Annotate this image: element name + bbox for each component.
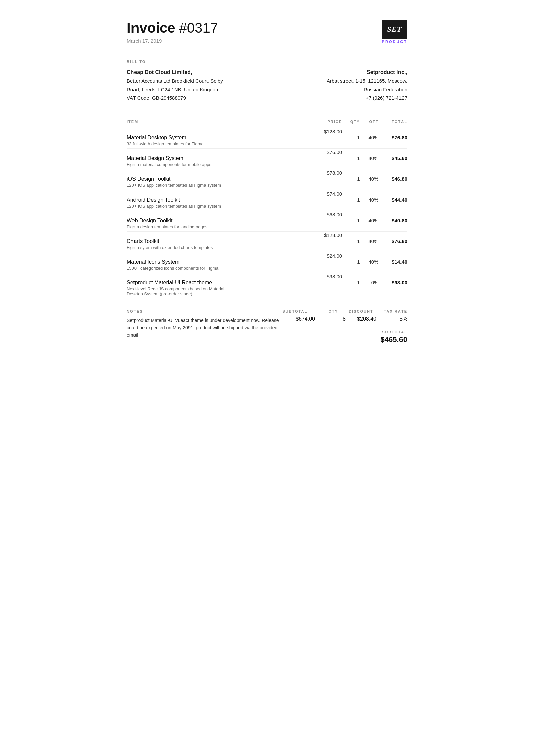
footer-section: NOTES Setproduct Material-UI Vueact them… [127, 301, 407, 344]
item-qty: 1 [342, 169, 360, 190]
item-cell: Web Design ToolkitFigma design templates… [127, 211, 308, 231]
col-header-total: TOTAL [378, 116, 407, 128]
item-off: 40% [360, 190, 378, 211]
client-address: Cheap Dot Cloud Limited, Better Accounts… [127, 68, 223, 102]
item-name: iOS Design Toolkit [127, 176, 308, 182]
item-off: 40% [360, 148, 378, 169]
client-vat: VAT Code: GB-294588079 [127, 95, 186, 101]
bill-to-label: BILL TO [127, 60, 407, 64]
item-name: Charts Toolkit [127, 238, 308, 244]
item-total: $98.00 [378, 273, 407, 298]
item-desc: 1500+ categorized icons components for F… [127, 266, 308, 271]
item-cell: iOS Design Toolkit120+ iOS application t… [127, 169, 308, 190]
item-off: 40% [360, 231, 378, 252]
item-qty: 1 [342, 128, 360, 148]
client-address-line1: Better Accounts Ltd Brookfield Court, Se… [127, 78, 223, 84]
vendor-address-line2: Russian Federation [364, 87, 407, 92]
invoice-header: Invoice #0317 March 17, 2019 SET PRODUCT [127, 20, 407, 44]
item-total: $76.80 [378, 231, 407, 252]
item-off: 40% [360, 211, 378, 231]
item-off: 40% [360, 128, 378, 148]
client-address-line2: Road, Leeds, LC24 1NB, United Kingdom [127, 87, 220, 92]
summary-header-discount: DISCOUNT [349, 309, 373, 313]
invoice-word: Invoice [127, 20, 175, 36]
final-subtotal-label: SUBTOTAL [282, 330, 407, 334]
invoice-title-block: Invoice #0317 March 17, 2019 [127, 20, 218, 44]
table-row: Material Design SystemFigma material com… [127, 148, 407, 169]
item-off: 40% [360, 169, 378, 190]
logo-set-text: SET [387, 25, 402, 34]
summary-taxrate-value: 5% [387, 316, 407, 322]
item-total: $44.40 [378, 190, 407, 211]
item-qty: 1 [342, 211, 360, 231]
summary-subtotal-value: $674.00 [295, 316, 315, 322]
item-desc: 120+ iOS application templates as Figma … [127, 204, 308, 209]
table-row: Material Icons System1500+ categorized i… [127, 252, 407, 273]
item-price: $24.00 [308, 252, 342, 273]
table-row: Material Desktop System33 full-width des… [127, 128, 407, 148]
item-desc: Figma design templates for landing pages [127, 224, 308, 229]
item-cell: Android Design Toolkit120+ iOS applicati… [127, 190, 308, 211]
item-total: $46.80 [378, 169, 407, 190]
item-name: Material Icons System [127, 259, 308, 265]
col-header-off: OFF [360, 116, 378, 128]
client-name: Cheap Dot Cloud Limited, [127, 69, 192, 75]
logo-box: SET [382, 20, 407, 39]
invoice-title: Invoice #0317 [127, 20, 218, 36]
notes-label: NOTES [127, 309, 281, 313]
final-subtotal-value: $465.60 [282, 335, 407, 344]
item-desc: 33 full-width design templates for Figma [127, 141, 308, 146]
invoice-date: March 17, 2019 [127, 38, 218, 44]
summary-header-row: SUBTOTAL QTY DISCOUNT TAX RATE [282, 309, 407, 313]
notes-column: NOTES Setproduct Material-UI Vueact them… [127, 309, 281, 339]
invoice-table: ITEM PRICE QTY OFF TOTAL Material Deskto… [127, 116, 407, 298]
vendor-address: Setproduct Inc., Arbat street, 1-15, 121… [327, 68, 407, 102]
logo-product-text: PRODUCT [382, 40, 407, 44]
item-cell: Material Icons System1500+ categorized i… [127, 252, 308, 273]
item-qty: 1 [342, 190, 360, 211]
summary-column: SUBTOTAL QTY DISCOUNT TAX RATE $674.00 8… [282, 309, 407, 344]
item-name: Material Design System [127, 155, 308, 161]
item-cell: Setproduct Material-UI React themeNext-l… [127, 273, 308, 298]
summary-discount-value: $208.40 [356, 316, 376, 322]
table-row: Web Design ToolkitFigma design templates… [127, 211, 407, 231]
item-cell: Material Design SystemFigma material com… [127, 148, 308, 169]
item-total: $40.80 [378, 211, 407, 231]
summary-header-taxrate: TAX RATE [384, 309, 407, 313]
summary-header-subtotal: SUBTOTAL [282, 309, 307, 313]
table-row: Android Design Toolkit120+ iOS applicati… [127, 190, 407, 211]
table-row: Setproduct Material-UI React themeNext-l… [127, 273, 407, 298]
col-header-item: ITEM [127, 116, 308, 128]
item-price: $68.00 [308, 211, 342, 231]
table-header-row: ITEM PRICE QTY OFF TOTAL [127, 116, 407, 128]
item-qty: 1 [342, 252, 360, 273]
item-price: $76.00 [308, 148, 342, 169]
item-desc: Figma sytem with extended charts templat… [127, 245, 308, 250]
invoice-number: #0317 [179, 20, 218, 36]
item-price: $78.00 [308, 169, 342, 190]
item-name: Setproduct Material-UI React theme [127, 280, 308, 286]
item-cell: Material Desktop System33 full-width des… [127, 128, 308, 148]
item-desc: Figma material components for mobile app… [127, 162, 308, 167]
summary-qty-value: 8 [326, 316, 346, 322]
table-row: iOS Design Toolkit120+ iOS application t… [127, 169, 407, 190]
vendor-address-line1: Arbat street, 1-15, 121165, Moscow, [327, 78, 407, 84]
company-logo: SET PRODUCT [382, 20, 407, 44]
item-total: $14.40 [378, 252, 407, 273]
item-price: $74.00 [308, 190, 342, 211]
item-name: Material Desktop System [127, 135, 308, 141]
item-total: $76.80 [378, 128, 407, 148]
item-desc: Next-level ReactJS components based on M… [127, 286, 308, 296]
item-cell: Charts ToolkitFigma sytem with extended … [127, 231, 308, 252]
summary-values-row: $674.00 8 $208.40 5% [282, 316, 407, 322]
item-name: Web Design Toolkit [127, 218, 308, 224]
vendor-name: Setproduct Inc., [367, 69, 407, 75]
item-price: $98.00 [308, 273, 342, 298]
item-qty: 1 [342, 273, 360, 298]
item-price: $128.00 [308, 231, 342, 252]
item-qty: 1 [342, 148, 360, 169]
item-total: $45.60 [378, 148, 407, 169]
notes-text: Setproduct Material-UI Vueact theme is u… [127, 317, 281, 339]
table-row: Charts ToolkitFigma sytem with extended … [127, 231, 407, 252]
bill-to-section: BILL TO Cheap Dot Cloud Limited, Better … [127, 60, 407, 102]
